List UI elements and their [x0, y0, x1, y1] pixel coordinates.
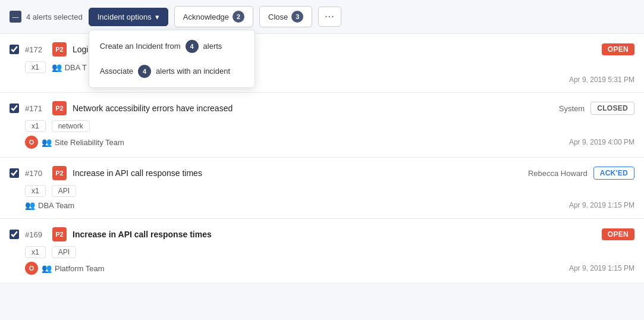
- team-label: 👥 DBA Team: [25, 200, 74, 210]
- priority-badge: P2: [52, 42, 67, 57]
- team-icon: 👥: [42, 263, 52, 273]
- team-icon: 👥: [52, 62, 62, 72]
- alert-id: #172: [25, 45, 46, 54]
- associate-count: 4: [138, 65, 151, 78]
- alert-row: #170 P2 Increase in API call response ti…: [0, 158, 644, 219]
- timestamp: Apr 9, 2019 5:31 PM: [569, 76, 634, 84]
- alert-id: #169: [25, 230, 46, 239]
- api-tag: API: [52, 185, 76, 197]
- priority-badge: P2: [52, 227, 67, 241]
- timestamp: Apr 9, 2019 1:15 PM: [569, 201, 634, 209]
- associate-label: Associate: [100, 67, 133, 76]
- create-incident-count: 4: [186, 40, 199, 53]
- team-icon: 👥: [25, 200, 35, 210]
- alert-row: #169 P2 Increase in API call response ti…: [0, 219, 644, 284]
- alert-left: #170 P2 Increase in API call response ti…: [10, 166, 202, 180]
- alert-meta: x1 API: [25, 246, 634, 258]
- alert-right: OPEN: [602, 43, 634, 55]
- select-all-icon[interactable]: —: [10, 11, 21, 23]
- team-label: 👥 DBA T: [52, 62, 87, 72]
- alert-id: #170: [25, 169, 46, 178]
- alert-checkbox[interactable]: [10, 45, 19, 54]
- avatar: O: [25, 262, 38, 275]
- alert-left: #172 P2 Login: [10, 42, 93, 57]
- more-options-button[interactable]: ···: [318, 7, 341, 27]
- count-tag: x1: [25, 120, 46, 132]
- alert-right: OPEN: [602, 228, 634, 240]
- alert-meta: x1 API: [25, 185, 634, 197]
- team-name: Site Reliability Team: [55, 138, 124, 147]
- count-tag: x1: [25, 246, 46, 258]
- alert-title: Increase in API call response times: [73, 168, 202, 178]
- alert-title: Increase in API call response times: [73, 230, 212, 239]
- status-badge: OPEN: [602, 43, 634, 55]
- assignee-label: Rebecca Howard: [528, 169, 588, 178]
- selected-count-label: 4 alerts selected: [26, 12, 83, 21]
- associate-incident-option[interactable]: Associate 4 alerts with an incident: [89, 59, 255, 84]
- alert-checkbox[interactable]: [10, 103, 19, 113]
- count-tag: x1: [25, 61, 46, 73]
- create-incident-label: Create an Incident from: [100, 42, 181, 51]
- alert-checkbox[interactable]: [10, 168, 19, 178]
- selection-indicator: — 4 alerts selected: [10, 11, 83, 23]
- alert-right: Rebecca Howard ACK'ED: [528, 167, 634, 180]
- incident-options-menu: Create an Incident from 4 alerts Associa…: [89, 30, 255, 88]
- alert-row-top: #171 P2 Network accessibility errors hav…: [10, 101, 634, 115]
- avatar: O: [25, 136, 38, 149]
- chevron-down-icon: ▾: [155, 12, 159, 21]
- alert-right: System CLOSED: [559, 102, 634, 115]
- timestamp: Apr 9, 2019 4:00 PM: [569, 138, 634, 146]
- close-button[interactable]: Close 3: [259, 6, 312, 27]
- status-badge: CLOSED: [590, 102, 634, 115]
- alert-row-top: #169 P2 Increase in API call response ti…: [10, 227, 634, 241]
- alert-checkbox[interactable]: [10, 230, 19, 239]
- team-label: 👥 Site Reliability Team: [42, 137, 124, 147]
- priority-badge: P2: [52, 101, 67, 115]
- network-tag: network: [52, 120, 90, 132]
- team-name: Platform Team: [55, 264, 105, 273]
- api-tag: API: [52, 246, 76, 258]
- status-badge: OPEN: [602, 228, 634, 240]
- alert-id: #171: [25, 104, 46, 113]
- priority-badge: P2: [52, 166, 67, 180]
- close-count: 3: [291, 11, 303, 23]
- alert-left: #171 P2 Network accessibility errors hav…: [10, 101, 233, 115]
- team-name: DBA T: [65, 63, 87, 72]
- create-incident-option[interactable]: Create an Incident from 4 alerts: [89, 34, 255, 59]
- count-tag: x1: [25, 185, 46, 197]
- toolbar: — 4 alerts selected Incident options ▾ C…: [0, 0, 644, 34]
- alert-row-top: #170 P2 Increase in API call response ti…: [10, 166, 634, 180]
- team-icon: 👥: [42, 137, 52, 147]
- alert-title: Network accessibility errors have increa…: [73, 103, 233, 113]
- assignee-label: System: [559, 104, 585, 113]
- alert-left: #169 P2 Increase in API call response ti…: [10, 227, 212, 241]
- acknowledge-count: 2: [233, 11, 244, 23]
- associate-suffix: alerts with an incident: [156, 67, 230, 76]
- alert-row: #171 P2 Network accessibility errors hav…: [0, 93, 644, 158]
- team-name: DBA Team: [38, 201, 74, 210]
- alert-meta: x1 network: [25, 120, 634, 132]
- acknowledge-button[interactable]: Acknowledge 2: [174, 6, 253, 27]
- status-badge: ACK'ED: [593, 167, 634, 180]
- team-label: 👥 Platform Team: [42, 263, 105, 273]
- incident-options-button[interactable]: Incident options ▾: [89, 8, 168, 26]
- incident-options-dropdown: Incident options ▾ Create an Incident fr…: [89, 8, 168, 26]
- create-incident-suffix: alerts: [203, 42, 222, 51]
- timestamp: Apr 9, 2019 1:15 PM: [569, 264, 634, 272]
